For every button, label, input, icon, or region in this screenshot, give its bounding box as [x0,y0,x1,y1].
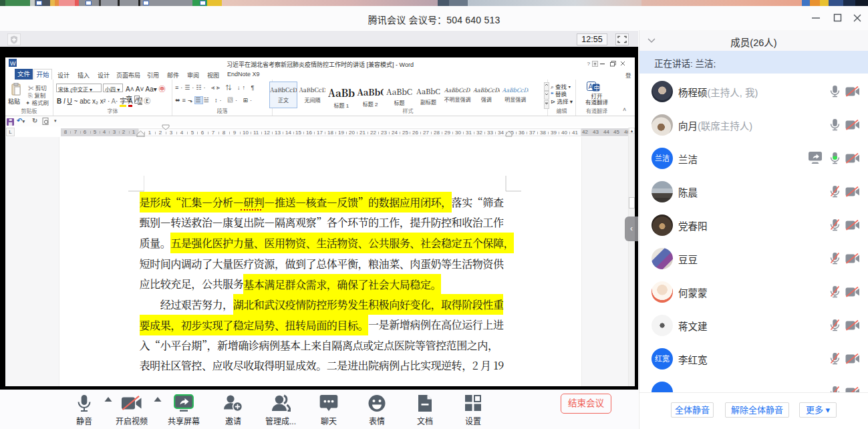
svg-text:中: 中 [594,84,600,92]
svg-text:A: A [589,83,593,90]
